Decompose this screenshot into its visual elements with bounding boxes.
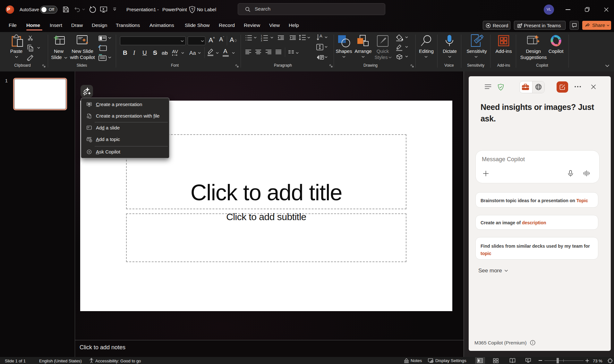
svg-text:A: A	[320, 34, 322, 38]
svg-text:?: ?	[191, 7, 193, 12]
svg-text:AV: AV	[172, 49, 178, 54]
svg-text:3: 3	[261, 39, 262, 41]
svg-text:1: 1	[261, 35, 262, 37]
svg-text:2: 2	[261, 37, 262, 39]
